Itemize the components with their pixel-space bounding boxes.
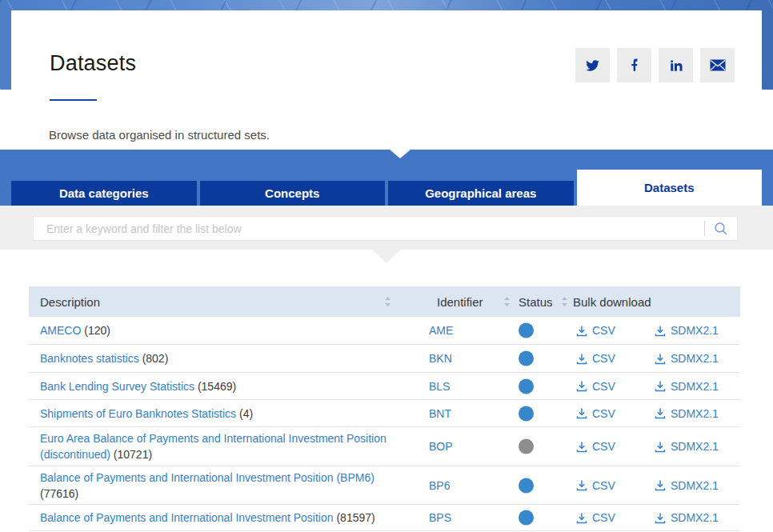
download-csv-label: CSV [592,479,615,492]
download-sdmx-link[interactable]: SDMX2.1 [655,440,719,453]
table-header: Description Identifier Status Bulk downl… [29,286,740,316]
status-indicator [519,406,534,421]
status-indicator [519,378,534,394]
table-row: Banknotes statistics (802) BKN CSV SDMX2… [29,345,740,373]
download-sdmx-label: SDMX2.1 [671,324,719,337]
row-description-cell: Euro Area Balance of Payments and Intern… [40,430,392,462]
sort-icon-description[interactable] [383,295,392,307]
download-sdmx-label: SDMX2.1 [671,380,719,393]
table-row: Bank Lending Survey Statistics (15469) B… [29,373,740,400]
dataset-link[interactable]: Euro Area Balance of Payments and Intern… [40,432,386,461]
page-tagline: Browse data organised in structured sets… [49,128,270,142]
download-csv-link[interactable]: CSV [576,407,615,420]
row-description-cell: Shipments of Euro Banknotes Statistics (… [40,406,392,422]
dataset-link[interactable]: Bank Lending Survey Statistics [40,380,194,393]
dataset-series-count: (10721) [114,448,152,461]
row-description-cell: Bank Lending Survey Statistics (15469) [40,378,392,394]
search-icon [714,222,728,236]
download-csv-label: CSV [592,440,615,453]
download-sdmx-link[interactable]: SDMX2.1 [655,324,719,337]
sort-icon-status[interactable] [560,295,569,307]
tab-geographical-areas[interactable]: Geographical areas [388,181,574,206]
download-sdmx-link[interactable]: SDMX2.1 [655,511,719,524]
column-header-bulk-download: Bulk download [573,294,651,308]
dataset-identifier-link[interactable]: BP6 [429,479,450,492]
column-header-description[interactable]: Description [40,294,100,308]
download-csv-link[interactable]: CSV [576,479,615,492]
download-csv-label: CSV [592,407,615,420]
table-row: Euro Area Balance of Payments and Intern… [29,427,740,466]
dataset-identifier-link[interactable]: AME [429,324,453,337]
table-row: Balance of Payments and International In… [29,505,740,531]
download-icon [655,479,666,491]
download-sdmx-link[interactable]: SDMX2.1 [655,352,719,365]
share-toolbar [575,48,735,82]
dataset-identifier-link[interactable]: BNT [429,407,451,420]
column-header-identifier[interactable]: Identifier [437,294,483,308]
download-csv-link[interactable]: CSV [576,324,615,337]
download-csv-link[interactable]: CSV [576,440,615,453]
download-csv-label: CSV [592,324,615,337]
download-sdmx-label: SDMX2.1 [671,479,719,492]
share-email-button[interactable] [700,48,735,82]
status-indicator [519,323,534,338]
row-description-cell: Balance of Payments and International In… [40,510,392,526]
tab-concepts[interactable]: Concepts [200,181,386,206]
dataset-series-count: (77616) [40,487,78,500]
row-description-cell: Balance of Payments and International In… [40,470,392,502]
tab-bar: Data categories Concepts Geographical ar… [11,170,762,206]
download-csv-label: CSV [592,511,615,524]
download-icon [576,479,587,491]
download-icon [655,380,666,392]
status-indicator [519,351,534,366]
title-underline [50,99,97,101]
tab-data-categories[interactable]: Data categories [11,181,197,206]
dataset-link[interactable]: AMECO [40,324,81,337]
download-icon [655,512,666,524]
tab-datasets[interactable]: Datasets [577,170,763,206]
download-sdmx-link[interactable]: SDMX2.1 [655,407,719,420]
download-icon [576,407,587,419]
dataset-link[interactable]: Shipments of Euro Banknotes Statistics [40,407,236,420]
download-sdmx-link[interactable]: SDMX2.1 [655,380,719,393]
download-sdmx-label: SDMX2.1 [671,407,719,420]
linkedin-icon [669,58,683,73]
download-sdmx-label: SDMX2.1 [671,352,719,365]
dataset-series-count: (81597) [336,511,374,524]
download-sdmx-link[interactable]: SDMX2.1 [655,479,719,492]
download-icon [576,441,587,453]
download-csv-link[interactable]: CSV [576,380,615,393]
dataset-series-count: (4) [239,407,253,420]
sort-icon-identifier[interactable] [503,295,511,307]
twitter-icon [585,58,600,73]
table-row: Balance of Payments and International In… [29,466,740,505]
download-csv-link[interactable]: CSV [576,511,615,524]
search-input[interactable] [34,217,704,240]
dataset-identifier-link[interactable]: BPS [429,511,451,524]
dataset-series-count: (15469) [198,380,236,393]
dataset-series-count: (120) [84,324,110,337]
dataset-link[interactable]: Balance of Payments and International In… [40,471,374,484]
row-description-cell: AMECO (120) [40,322,392,338]
dataset-link[interactable]: Banknotes statistics [40,352,139,365]
dataset-series-count: (802) [142,352,169,365]
dataset-link[interactable]: Balance of Payments and International In… [40,511,334,524]
dataset-identifier-link[interactable]: BKN [429,352,452,365]
column-header-status[interactable]: Status [519,294,553,308]
dataset-identifier-link[interactable]: BLS [429,380,450,393]
page-title: Datasets [50,51,136,76]
download-icon [576,325,587,337]
dataset-identifier-link[interactable]: BOP [429,440,453,453]
download-icon [655,325,666,337]
download-csv-link[interactable]: CSV [576,352,615,365]
download-icon [655,353,666,365]
search-button[interactable] [704,217,737,240]
header-card: Datasets Browse data organised in struct… [11,10,762,150]
share-facebook-button[interactable] [617,48,651,82]
download-icon [576,380,587,392]
filter-notch [372,250,401,263]
datasets-table: Description Identifier Status Bulk downl… [29,286,740,531]
share-linkedin-button[interactable] [659,48,693,82]
share-twitter-button[interactable] [575,48,610,82]
row-description-cell: Banknotes statistics (802) [40,350,392,366]
